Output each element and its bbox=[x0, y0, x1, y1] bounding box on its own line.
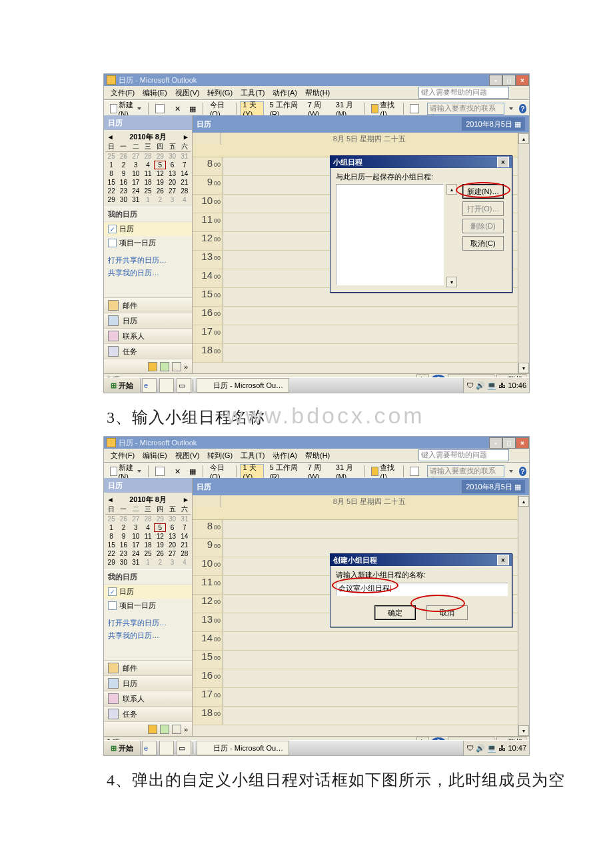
tray-icon[interactable]: 💻 bbox=[487, 381, 496, 390]
ok-button[interactable]: 确定 bbox=[374, 605, 416, 620]
new-button[interactable]: 新建(N) bbox=[107, 101, 145, 116]
shortcuts-icon[interactable] bbox=[160, 362, 169, 371]
list-scroll-up[interactable]: ▴ bbox=[446, 184, 457, 195]
help-icon[interactable]: ? bbox=[519, 467, 526, 476]
checkbox-icon[interactable] bbox=[108, 601, 117, 610]
close-button[interactable]: × bbox=[516, 75, 529, 86]
scroll-up-button[interactable]: ▴ bbox=[518, 496, 529, 507]
week-view-button[interactable]: 7 周(W) bbox=[305, 464, 330, 479]
chevron-icon[interactable]: » bbox=[184, 363, 188, 371]
share-my-link[interactable]: 共享我的日历… bbox=[104, 267, 192, 279]
vertical-scrollbar[interactable]: ▾ bbox=[518, 507, 529, 737]
workweek-view-button[interactable]: 5 工作周(R) bbox=[266, 464, 302, 479]
start-button[interactable]: ⊞开始 bbox=[104, 378, 141, 393]
share-my-link[interactable]: 共享我的日历… bbox=[104, 629, 192, 642]
menu-view[interactable]: 视图(V) bbox=[171, 449, 204, 462]
tray-icon[interactable]: 🖧 bbox=[498, 381, 506, 389]
tray-icon[interactable]: 💻 bbox=[487, 744, 496, 753]
menu-edit[interactable]: 编辑(E) bbox=[139, 86, 171, 99]
next-month-button[interactable]: ▸ bbox=[182, 495, 189, 504]
menu-goto[interactable]: 转到(G) bbox=[203, 449, 237, 462]
vertical-scrollbar[interactable]: ▾ bbox=[518, 145, 529, 374]
desktop-quick-launch[interactable]: ▭ bbox=[177, 741, 191, 755]
view-icon[interactable]: ▦ bbox=[514, 119, 521, 129]
month-view-button[interactable]: 31 月(M) bbox=[332, 464, 361, 479]
dropdown-icon[interactable] bbox=[509, 470, 513, 473]
nav-contacts[interactable]: 联系人 bbox=[104, 691, 192, 706]
menu-edit[interactable]: 编辑(E) bbox=[139, 449, 171, 462]
menu-tools[interactable]: 工具(T) bbox=[237, 86, 269, 99]
scroll-up-button[interactable]: ▴ bbox=[518, 133, 529, 144]
chevron-icon[interactable]: » bbox=[184, 725, 188, 733]
outlook-taskbar-button[interactable]: 日历 - Microsoft Ou… bbox=[197, 741, 289, 755]
workweek-view-button[interactable]: 5 工作周(R) bbox=[266, 101, 302, 116]
address-book-button[interactable] bbox=[406, 464, 424, 479]
print-button[interactable] bbox=[152, 464, 169, 479]
nav-contacts[interactable]: 联系人 bbox=[104, 328, 192, 343]
dropdown-icon[interactable] bbox=[509, 107, 513, 110]
dlg-open-button[interactable]: 打开(O)… bbox=[462, 201, 504, 216]
outlook-quick-launch[interactable] bbox=[159, 378, 174, 393]
dialog-close-button[interactable]: × bbox=[497, 555, 509, 565]
today-button[interactable]: 今日(O) bbox=[207, 464, 233, 479]
close-button[interactable]: × bbox=[516, 437, 529, 449]
minimize-button[interactable]: - bbox=[489, 75, 502, 86]
open-shared-link[interactable]: 打开共享的日历… bbox=[104, 254, 192, 267]
tray-icon[interactable]: 🔊 bbox=[476, 744, 485, 753]
help-icon[interactable]: ? bbox=[519, 104, 526, 113]
menu-actions[interactable]: 动作(A) bbox=[269, 86, 301, 99]
checkbox-icon[interactable]: ✓ bbox=[108, 225, 117, 233]
new-button[interactable]: 新建(N) bbox=[107, 464, 145, 479]
grid-button[interactable]: ▦ bbox=[186, 464, 199, 479]
mini-cal-grid[interactable]: 2526272829303112345678910111213141516171… bbox=[105, 152, 191, 204]
tray-icon[interactable]: 🖧 bbox=[498, 744, 506, 752]
menu-actions[interactable]: 动作(A) bbox=[269, 449, 301, 462]
day-view-button[interactable]: 1 天(Y) bbox=[240, 101, 265, 116]
menu-tools[interactable]: 工具(T) bbox=[237, 449, 269, 462]
open-shared-link[interactable]: 打开共享的日历… bbox=[104, 617, 192, 629]
dlg-delete-button[interactable]: 删除(D) bbox=[462, 219, 504, 233]
nav-tasks[interactable]: 任务 bbox=[104, 706, 192, 721]
next-month-button[interactable]: ▸ bbox=[182, 133, 189, 141]
menu-goto[interactable]: 转到(G) bbox=[203, 86, 237, 99]
tray-icon[interactable]: 🛡 bbox=[466, 381, 474, 389]
dialog-close-button[interactable]: × bbox=[497, 157, 509, 167]
outlook-taskbar-button[interactable]: 日历 - Microsoft Ou… bbox=[197, 378, 289, 393]
prev-month-button[interactable]: ◂ bbox=[107, 495, 114, 504]
address-book-button[interactable] bbox=[406, 101, 424, 116]
contact-search-input[interactable]: 请输入要查找的联系人 bbox=[427, 465, 504, 477]
nav-calendar[interactable]: 日历 bbox=[104, 675, 192, 691]
folders-icon[interactable] bbox=[148, 725, 157, 734]
schedule-listbox[interactable] bbox=[336, 184, 444, 285]
print-button[interactable] bbox=[152, 101, 169, 116]
menu-help[interactable]: 帮助(H) bbox=[301, 86, 334, 99]
journal-icon[interactable] bbox=[172, 725, 181, 734]
delete-toolbar-button[interactable]: ✕ bbox=[171, 101, 184, 116]
menu-file[interactable]: 文件(F) bbox=[107, 449, 139, 462]
minimize-button[interactable]: - bbox=[489, 437, 502, 449]
menu-view[interactable]: 视图(V) bbox=[171, 86, 204, 99]
scroll-down-button[interactable]: ▾ bbox=[518, 725, 529, 736]
nav-calendar[interactable]: 日历 bbox=[104, 313, 192, 328]
nav-mail[interactable]: 邮件 bbox=[104, 297, 192, 313]
help-search-box[interactable]: 键入需要帮助的问题 bbox=[418, 449, 509, 461]
menu-file[interactable]: 文件(F) bbox=[107, 86, 139, 99]
checkbox-icon[interactable]: ✓ bbox=[108, 587, 117, 596]
prev-month-button[interactable]: ◂ bbox=[107, 133, 114, 141]
calendar-item-1[interactable]: ✓日历 bbox=[104, 222, 192, 236]
start-button[interactable]: ⊞开始 bbox=[104, 741, 141, 755]
tray-icon[interactable]: 🛡 bbox=[466, 744, 474, 752]
maximize-button[interactable]: □ bbox=[502, 437, 516, 449]
calendar-item-2[interactable]: 项目一日历 bbox=[104, 599, 192, 613]
contact-search-input[interactable]: 请输入要查找的联系人 bbox=[427, 103, 504, 115]
ie-taskbar-button[interactable]: e bbox=[142, 741, 157, 755]
ie-taskbar-button[interactable]: e bbox=[142, 378, 157, 393]
shortcuts-icon[interactable] bbox=[160, 725, 169, 734]
scroll-down-button[interactable]: ▾ bbox=[518, 363, 529, 373]
maximize-button[interactable]: □ bbox=[502, 75, 516, 86]
tray-icon[interactable]: 🔊 bbox=[476, 381, 485, 390]
menu-help[interactable]: 帮助(H) bbox=[301, 449, 334, 462]
find-button[interactable]: 查找(I) bbox=[368, 101, 399, 116]
view-icon[interactable]: ▦ bbox=[514, 482, 521, 491]
name-input[interactable]: 会议室小组日程| bbox=[336, 583, 508, 596]
